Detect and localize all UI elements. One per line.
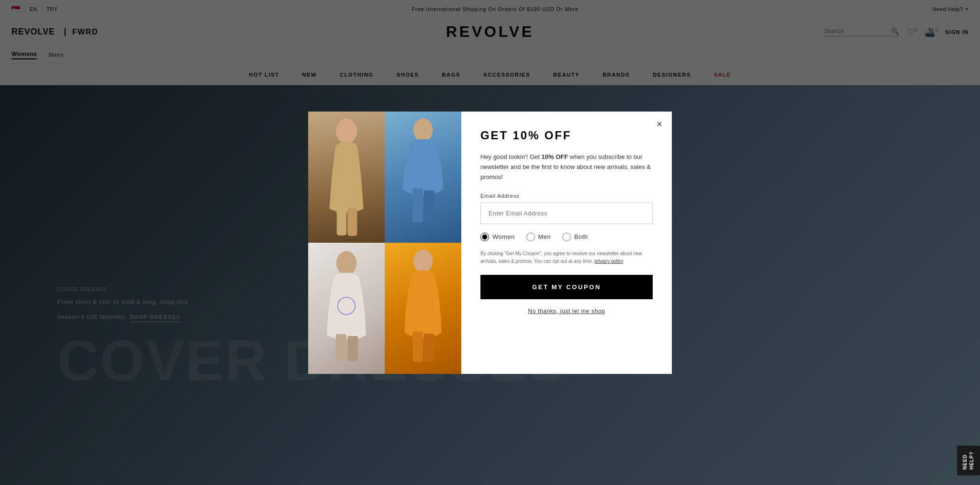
modal-backdrop: × GET 10% OFF Hey good lookin'! Get 10% … <box>0 0 980 85</box>
